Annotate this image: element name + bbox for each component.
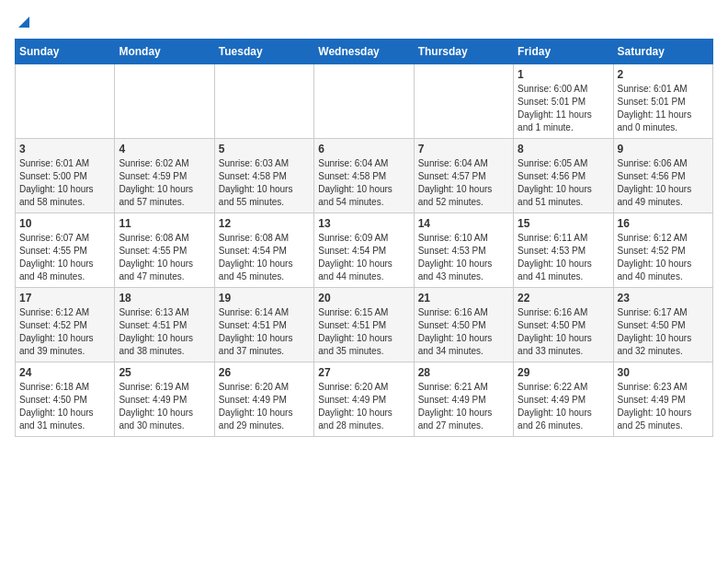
day-number: 25	[119, 366, 210, 379]
day-detail: Sunrise: 6:07 AMSunset: 4:55 PMDaylight:…	[19, 232, 110, 283]
day-detail: Sunrise: 6:11 AMSunset: 4:53 PMDaylight:…	[518, 232, 609, 283]
weekday-header-friday: Friday	[514, 40, 613, 64]
weekday-header-saturday: Saturday	[613, 40, 712, 64]
weekday-header-sunday: Sunday	[16, 40, 115, 64]
day-number: 4	[119, 143, 210, 155]
day-number: 14	[418, 217, 509, 230]
day-detail: Sunrise: 6:00 AMSunset: 5:01 PMDaylight:…	[518, 83, 609, 134]
day-detail: Sunrise: 6:08 AMSunset: 4:54 PMDaylight:…	[219, 232, 310, 283]
day-detail: Sunrise: 6:14 AMSunset: 4:51 PMDaylight:…	[219, 306, 310, 358]
day-number: 10	[19, 217, 110, 230]
calendar-cell: 5Sunrise: 6:03 AMSunset: 4:58 PMDaylight…	[214, 139, 313, 213]
weekday-header-tuesday: Tuesday	[214, 40, 313, 64]
day-number: 8	[518, 143, 609, 155]
day-number: 7	[418, 143, 509, 155]
day-number: 13	[318, 217, 409, 230]
calendar-cell: 4Sunrise: 6:02 AMSunset: 4:59 PMDaylight…	[115, 139, 214, 213]
calendar-week-4: 17Sunrise: 6:12 AMSunset: 4:52 PMDayligh…	[16, 288, 713, 362]
day-detail: Sunrise: 6:13 AMSunset: 4:51 PMDaylight:…	[119, 306, 210, 358]
day-detail: Sunrise: 6:09 AMSunset: 4:54 PMDaylight:…	[318, 232, 409, 283]
calendar-week-2: 3Sunrise: 6:01 AMSunset: 5:00 PMDaylight…	[16, 139, 713, 213]
calendar-cell: 14Sunrise: 6:10 AMSunset: 4:53 PMDayligh…	[414, 213, 513, 288]
logo-icon	[17, 15, 29, 28]
day-detail: Sunrise: 6:01 AMSunset: 5:00 PMDaylight:…	[19, 157, 110, 209]
calendar-cell: 12Sunrise: 6:08 AMSunset: 4:54 PMDayligh…	[214, 213, 313, 288]
calendar-table: SundayMondayTuesdayWednesdayThursdayFrid…	[15, 39, 713, 437]
calendar-cell: 3Sunrise: 6:01 AMSunset: 5:00 PMDaylight…	[16, 139, 115, 213]
calendar-cell	[314, 64, 414, 139]
day-number: 3	[19, 143, 110, 155]
calendar-cell	[414, 64, 513, 139]
calendar-cell: 22Sunrise: 6:16 AMSunset: 4:50 PMDayligh…	[514, 288, 613, 362]
calendar-cell: 15Sunrise: 6:11 AMSunset: 4:53 PMDayligh…	[514, 213, 613, 288]
day-detail: Sunrise: 6:22 AMSunset: 4:49 PMDaylight:…	[518, 381, 609, 432]
calendar-week-1: 1Sunrise: 6:00 AMSunset: 5:01 PMDaylight…	[16, 64, 713, 139]
day-detail: Sunrise: 6:18 AMSunset: 4:50 PMDaylight:…	[19, 381, 110, 432]
day-detail: Sunrise: 6:12 AMSunset: 4:52 PMDaylight:…	[19, 306, 110, 358]
day-number: 20	[318, 292, 409, 304]
calendar-cell: 8Sunrise: 6:05 AMSunset: 4:56 PMDaylight…	[514, 139, 613, 213]
calendar-cell: 23Sunrise: 6:17 AMSunset: 4:50 PMDayligh…	[613, 288, 712, 362]
calendar-cell: 7Sunrise: 6:04 AMSunset: 4:57 PMDaylight…	[414, 139, 513, 213]
day-detail: Sunrise: 6:05 AMSunset: 4:56 PMDaylight:…	[518, 157, 609, 209]
day-detail: Sunrise: 6:03 AMSunset: 4:58 PMDaylight:…	[219, 157, 310, 209]
day-detail: Sunrise: 6:15 AMSunset: 4:51 PMDaylight:…	[318, 306, 409, 358]
calendar-cell: 18Sunrise: 6:13 AMSunset: 4:51 PMDayligh…	[115, 288, 214, 362]
day-number: 6	[318, 143, 409, 155]
day-number: 28	[418, 366, 509, 379]
calendar-cell: 11Sunrise: 6:08 AMSunset: 4:55 PMDayligh…	[115, 213, 214, 288]
day-number: 17	[19, 292, 110, 304]
day-detail: Sunrise: 6:19 AMSunset: 4:49 PMDaylight:…	[119, 381, 210, 432]
svg-marker-0	[18, 17, 29, 28]
calendar-week-3: 10Sunrise: 6:07 AMSunset: 4:55 PMDayligh…	[16, 213, 713, 288]
calendar-cell: 29Sunrise: 6:22 AMSunset: 4:49 PMDayligh…	[514, 362, 613, 437]
calendar-cell: 20Sunrise: 6:15 AMSunset: 4:51 PMDayligh…	[314, 288, 414, 362]
day-detail: Sunrise: 6:01 AMSunset: 5:01 PMDaylight:…	[618, 83, 709, 134]
day-number: 22	[518, 292, 609, 304]
day-number: 5	[219, 143, 310, 155]
day-detail: Sunrise: 6:10 AMSunset: 4:53 PMDaylight:…	[418, 232, 509, 283]
day-detail: Sunrise: 6:08 AMSunset: 4:55 PMDaylight:…	[119, 232, 210, 283]
page-header	[15, 15, 713, 31]
calendar-week-5: 24Sunrise: 6:18 AMSunset: 4:50 PMDayligh…	[16, 362, 713, 437]
calendar-cell	[115, 64, 214, 139]
calendar-cell: 17Sunrise: 6:12 AMSunset: 4:52 PMDayligh…	[16, 288, 115, 362]
calendar-cell: 9Sunrise: 6:06 AMSunset: 4:56 PMDaylight…	[613, 139, 712, 213]
day-detail: Sunrise: 6:02 AMSunset: 4:59 PMDaylight:…	[119, 157, 210, 209]
logo	[15, 15, 29, 31]
calendar-cell: 27Sunrise: 6:20 AMSunset: 4:49 PMDayligh…	[314, 362, 414, 437]
calendar-cell: 6Sunrise: 6:04 AMSunset: 4:58 PMDaylight…	[314, 139, 414, 213]
calendar-cell: 13Sunrise: 6:09 AMSunset: 4:54 PMDayligh…	[314, 213, 414, 288]
weekday-header-row: SundayMondayTuesdayWednesdayThursdayFrid…	[16, 40, 713, 64]
day-number: 26	[219, 366, 310, 379]
calendar-cell: 1Sunrise: 6:00 AMSunset: 5:01 PMDaylight…	[514, 64, 613, 139]
day-number: 23	[618, 292, 709, 304]
day-detail: Sunrise: 6:23 AMSunset: 4:49 PMDaylight:…	[618, 381, 709, 432]
day-detail: Sunrise: 6:16 AMSunset: 4:50 PMDaylight:…	[418, 306, 509, 358]
day-detail: Sunrise: 6:21 AMSunset: 4:49 PMDaylight:…	[418, 381, 509, 432]
day-detail: Sunrise: 6:12 AMSunset: 4:52 PMDaylight:…	[618, 232, 709, 283]
day-number: 1	[518, 68, 609, 81]
day-detail: Sunrise: 6:04 AMSunset: 4:58 PMDaylight:…	[318, 157, 409, 209]
day-number: 9	[618, 143, 709, 155]
calendar-cell: 19Sunrise: 6:14 AMSunset: 4:51 PMDayligh…	[214, 288, 313, 362]
day-number: 15	[518, 217, 609, 230]
calendar-cell	[16, 64, 115, 139]
day-number: 24	[19, 366, 110, 379]
day-number: 30	[618, 366, 709, 379]
day-number: 27	[318, 366, 409, 379]
calendar-cell: 10Sunrise: 6:07 AMSunset: 4:55 PMDayligh…	[16, 213, 115, 288]
day-number: 19	[219, 292, 310, 304]
weekday-header-thursday: Thursday	[414, 40, 513, 64]
day-detail: Sunrise: 6:04 AMSunset: 4:57 PMDaylight:…	[418, 157, 509, 209]
calendar-cell: 25Sunrise: 6:19 AMSunset: 4:49 PMDayligh…	[115, 362, 214, 437]
calendar-cell: 24Sunrise: 6:18 AMSunset: 4:50 PMDayligh…	[16, 362, 115, 437]
day-number: 11	[119, 217, 210, 230]
day-detail: Sunrise: 6:16 AMSunset: 4:50 PMDaylight:…	[518, 306, 609, 358]
day-number: 21	[418, 292, 509, 304]
day-number: 2	[618, 68, 709, 81]
day-number: 16	[618, 217, 709, 230]
weekday-header-monday: Monday	[115, 40, 214, 64]
calendar-cell	[214, 64, 313, 139]
calendar-cell: 30Sunrise: 6:23 AMSunset: 4:49 PMDayligh…	[613, 362, 712, 437]
